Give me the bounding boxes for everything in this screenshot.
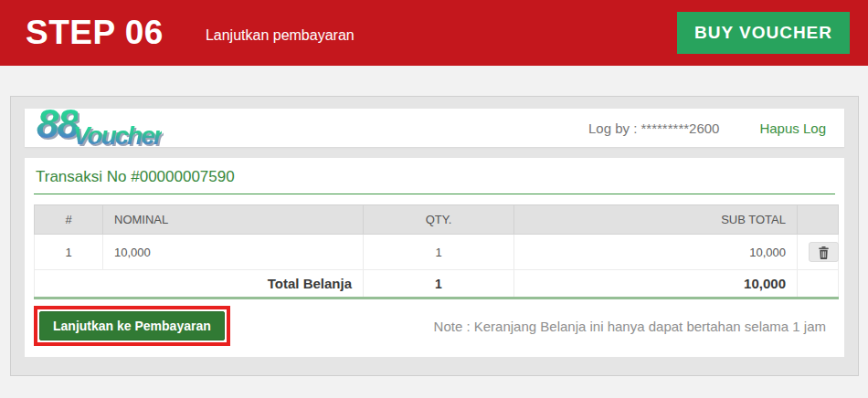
logo-voucher-text: Voucher	[73, 123, 162, 149]
buy-voucher-button[interactable]: BUY VOUCHER	[677, 12, 850, 54]
hapus-log-link[interactable]: Hapus Log	[759, 120, 826, 136]
step-title: STEP 06	[26, 14, 164, 52]
continue-payment-button[interactable]: Lanjutkan ke Pembayaran	[39, 311, 225, 340]
transaction-card: Transaksi No #00000007590 # NOMINAL QTY.…	[25, 158, 844, 357]
trash-icon	[818, 248, 830, 262]
row-qty-cell: 1	[364, 235, 514, 270]
transaction-title: Transaksi No #00000007590	[34, 158, 835, 194]
total-action-cell	[798, 270, 839, 298]
column-header-action	[798, 205, 839, 235]
total-label: Total Belanja	[35, 270, 364, 298]
table-header-row: # NOMINAL QTY. SUB TOTAL	[35, 205, 839, 235]
table-row: 1 10,000 1 10,000	[35, 235, 839, 270]
total-qty: 1	[364, 270, 514, 298]
row-number-cell: 1	[35, 235, 103, 270]
content-container: 88Voucher Log by : *********2600 Hapus L…	[10, 96, 859, 376]
row-nominal-cell: 10,000	[103, 235, 364, 270]
column-header-no: #	[35, 205, 103, 235]
log-by-text: Log by : *********2600	[588, 120, 719, 136]
column-header-qty: QTY.	[364, 205, 514, 235]
site-logo[interactable]: 88Voucher	[37, 104, 162, 149]
step-subtitle: Lanjutkan pembayaran	[206, 23, 355, 44]
total-subtotal: 10,000	[514, 270, 798, 298]
session-info: Log by : *********2600 Hapus Log	[588, 120, 826, 136]
delete-item-button[interactable]	[809, 242, 839, 262]
row-subtotal-cell: 10,000	[514, 235, 798, 270]
logo-88-text: 88	[37, 104, 78, 144]
cart-table: # NOMINAL QTY. SUB TOTAL 1 10,000 1 10,0…	[34, 204, 839, 299]
cart-expiry-note: Note : Keranjang Belanja ini hanya dapat…	[434, 319, 835, 334]
column-header-subtotal: SUB TOTAL	[514, 205, 798, 235]
total-row: Total Belanja 1 10,000	[35, 270, 839, 298]
card-footer: Lanjutkan ke Pembayaran Note : Keranjang…	[34, 306, 835, 346]
column-header-nominal: NOMINAL	[103, 205, 364, 235]
logo-bar: 88Voucher Log by : *********2600 Hapus L…	[25, 109, 844, 147]
row-action-cell	[798, 235, 839, 270]
highlight-annotation-box: Lanjutkan ke Pembayaran	[34, 306, 230, 346]
step-header: STEP 06 Lanjutkan pembayaran BUY VOUCHER	[0, 0, 868, 66]
page: STEP 06 Lanjutkan pembayaran BUY VOUCHER…	[0, 0, 868, 376]
